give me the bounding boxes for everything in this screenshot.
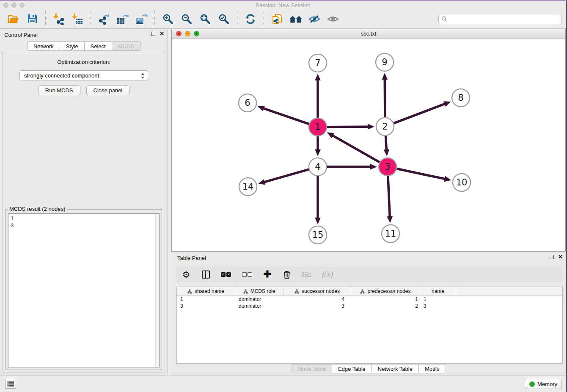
graph-edge-2-8[interactable] <box>394 104 446 123</box>
graph-node-label-3: 3 <box>385 162 390 172</box>
export-table-icon[interactable] <box>116 12 129 26</box>
graph-edge-2-9[interactable] <box>385 79 385 117</box>
mcds-result-scrollbar[interactable] <box>155 214 159 367</box>
tab-network[interactable]: Network <box>27 41 60 51</box>
memory-label: Memory <box>537 381 557 387</box>
graph-edge-arrowhead <box>368 124 374 130</box>
graph-node-label-11: 11 <box>385 229 396 239</box>
graph-edge-3-1[interactable] <box>332 135 380 162</box>
table-panel-tabs: Node Table Edge Table Network Table Moti… <box>171 364 566 373</box>
network-frame-titlebar[interactable]: ✕ − + scc.txt <box>172 29 565 39</box>
select-all-icon[interactable]: ✓✓ <box>220 269 231 279</box>
table-options-gear-icon[interactable]: ⚙ <box>182 269 191 279</box>
close-panel-icon[interactable]: ✕ <box>558 255 563 259</box>
table-row[interactable]: 1 dominator 4 1 1 <box>177 296 562 303</box>
import-table-icon[interactable] <box>71 12 84 26</box>
column-header-name[interactable]: name <box>420 287 456 295</box>
graph-node-label-4: 4 <box>315 162 320 172</box>
control-panel: Control Panel ✕ Network Style Select MCD… <box>0 29 168 375</box>
apply-layout-icon[interactable] <box>244 12 257 26</box>
close-panel-button[interactable]: Close panel <box>86 86 130 95</box>
eye-icon[interactable] <box>326 12 340 26</box>
window-titlebar: Session: New Session <box>0 1 566 9</box>
delete-row-icon[interactable] <box>282 269 292 279</box>
column-edit-icon <box>360 289 365 294</box>
main-toolbar <box>0 9 566 29</box>
list-icon <box>7 381 14 387</box>
zoom-selected-icon[interactable] <box>217 12 231 26</box>
clone-network-icon[interactable] <box>270 12 284 26</box>
status-bar: Memory <box>0 375 566 392</box>
graph-edge-arrowhead <box>382 73 388 80</box>
graph-edge-3-11[interactable] <box>388 176 390 217</box>
function-builder-icon: f(x) <box>322 269 333 279</box>
toolbar-separator <box>237 11 237 27</box>
run-mcds-button[interactable]: Run MCDS <box>38 86 80 95</box>
save-session-icon[interactable] <box>25 12 39 26</box>
open-session-icon[interactable] <box>7 12 20 26</box>
zoom-in-icon[interactable] <box>161 12 175 26</box>
zoom-out-icon[interactable] <box>180 12 193 26</box>
graph-node-label-2: 2 <box>382 121 388 132</box>
network-graph[interactable]: 7968124314101511 <box>172 39 565 251</box>
toolbar-search <box>438 14 562 24</box>
tab-select[interactable]: Select <box>85 41 112 51</box>
search-input[interactable] <box>438 14 562 24</box>
graph-edge-2-3[interactable] <box>385 136 386 150</box>
control-panel-tabs: Network Style Select MCDS <box>0 41 168 51</box>
graph-node-label-1: 1 <box>315 122 320 132</box>
select-chevrons-icon <box>141 72 145 79</box>
graph-edge-1-2[interactable] <box>327 127 369 127</box>
graph-edge-4-14[interactable] <box>264 169 309 182</box>
zoom-fit-icon[interactable] <box>198 12 212 26</box>
criterion-value: strongly connected component <box>24 72 99 79</box>
graph-edge-arrowhead <box>370 164 377 170</box>
tab-network-table[interactable]: Network Table <box>372 364 419 373</box>
column-header-mcds-role[interactable]: MCDS role <box>235 287 284 295</box>
export-network-icon[interactable] <box>97 12 111 26</box>
column-header-predecessor-nodes[interactable]: predecessor nodes <box>351 287 420 295</box>
export-image-icon[interactable] <box>135 12 148 26</box>
add-row-icon[interactable]: ✚ <box>263 269 272 279</box>
mcds-result-group: MCDS result (2 nodes) 1 3 <box>6 209 162 370</box>
toolbar-separator <box>45 11 46 27</box>
column-header-shared-name[interactable]: shared name <box>177 287 235 295</box>
table-row[interactable]: 3 dominator 3 2 3 <box>177 303 562 309</box>
mcds-result-title: MCDS result (2 nodes) <box>8 206 67 212</box>
tab-node-table[interactable]: Node Table <box>292 364 332 373</box>
criterion-select[interactable]: strongly connected component <box>19 70 148 80</box>
network-frame-title: scc.txt <box>172 30 565 37</box>
home-icon[interactable] <box>289 12 303 26</box>
tab-style[interactable]: Style <box>60 41 85 51</box>
tab-mcds[interactable]: MCDS <box>112 41 140 51</box>
tab-edge-table[interactable]: Edge Table <box>332 364 372 373</box>
graph-edge-1-6[interactable] <box>263 108 309 124</box>
graph-edge-arrowhead <box>444 176 451 182</box>
column-edit-icon <box>243 289 248 294</box>
column-header-successor-nodes[interactable]: successor nodes <box>284 287 351 295</box>
graph-edge-arrowhead <box>384 149 390 156</box>
float-panel-icon[interactable] <box>550 255 554 259</box>
graph-node-label-7: 7 <box>315 58 320 68</box>
network-canvas[interactable]: 7968124314101511 <box>172 39 565 251</box>
tab-motifs[interactable]: Motifs <box>419 364 446 373</box>
graph-edge-arrowhead <box>258 106 265 111</box>
graph-edge-3-10[interactable] <box>397 169 446 179</box>
deselect-all-icon[interactable] <box>242 269 253 279</box>
mcds-result-textarea[interactable]: 1 3 <box>8 213 160 367</box>
toolbar-separator <box>154 11 155 27</box>
hide-eye-icon[interactable] <box>308 12 321 26</box>
task-history-button[interactable] <box>5 379 16 389</box>
node-table: shared name MCDS role successor nodes pr… <box>176 287 563 364</box>
delete-table-icon <box>302 269 312 279</box>
show-column-icon[interactable] <box>201 269 210 279</box>
optimization-criterion-label: Optimization criterion: <box>3 59 165 65</box>
float-panel-icon[interactable] <box>151 32 155 36</box>
graph-node-label-10: 10 <box>456 177 468 188</box>
graph-edge-arrowhead <box>258 179 265 185</box>
close-panel-icon[interactable]: ✕ <box>160 32 164 36</box>
table-panel: Table Panel ✕ ⚙ ✓✓ ✚ f(x) shared name MC… <box>171 251 566 375</box>
memory-button[interactable]: Memory <box>525 379 562 389</box>
column-edit-icon <box>187 289 192 294</box>
import-network-icon[interactable] <box>52 12 66 26</box>
